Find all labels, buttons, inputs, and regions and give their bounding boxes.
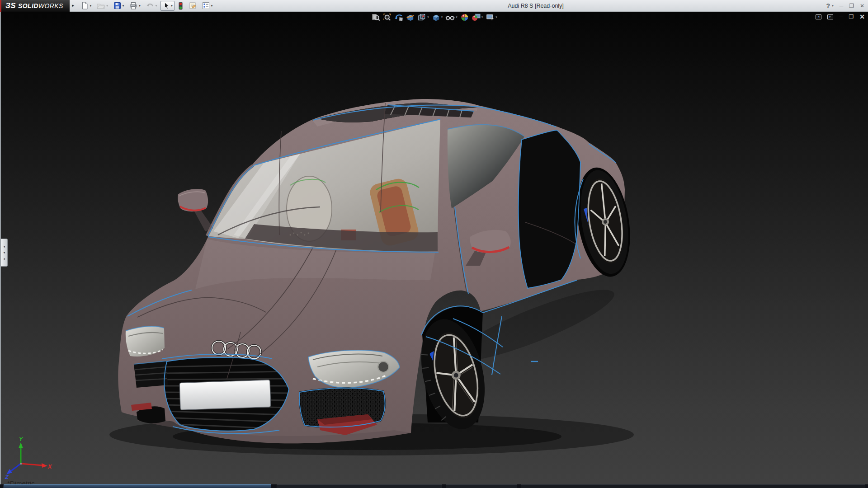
headsup-view-toolbar: ▾ ▾ ▾ ▾ ▾ <box>370 13 499 22</box>
view-settings-icon <box>486 13 495 22</box>
view-orientation-label: *Dimetric <box>7 479 35 484</box>
view-settings-dropdown-icon[interactable]: ▾ <box>495 15 497 19</box>
save-icon <box>113 2 121 9</box>
apply-scene-icon <box>472 13 481 22</box>
taskbar-active-button[interactable] <box>4 484 271 488</box>
toolbar-overflow-icon[interactable]: ► <box>71 4 75 8</box>
rebuild-button[interactable] <box>176 1 185 11</box>
doc-minimize-button[interactable]: ─ <box>839 14 843 20</box>
file-properties-button[interactable] <box>187 1 198 11</box>
feature-panel-splitter[interactable]: ◂ ◂ ◂ <box>1 239 8 267</box>
apply-scene-dropdown-icon[interactable]: ▾ <box>481 15 483 19</box>
file-properties-icon <box>189 2 197 9</box>
zoom-to-fit-icon <box>372 13 380 22</box>
save-dropdown-icon[interactable]: ▾ <box>123 4 124 8</box>
zoom-to-fit-button[interactable] <box>370 13 382 22</box>
triad-z-label: Z <box>5 474 9 479</box>
undo-icon <box>146 2 154 9</box>
document-title: Audi R8 S [Read-only] <box>470 3 601 9</box>
hide-show-items-icon <box>445 13 455 22</box>
zoom-to-area-icon <box>383 13 392 22</box>
open-dropdown-icon[interactable]: ▾ <box>106 4 108 8</box>
main-toolbar: ▾ ▾ ▾ ▾ ▾ ▾ ▾ <box>78 0 216 12</box>
display-style-button[interactable]: ▾ <box>430 13 444 22</box>
print-icon <box>129 2 137 9</box>
pane-toggle-right-button[interactable]: ▸ <box>827 14 833 19</box>
options-dropdown-icon[interactable]: ▾ <box>211 4 213 8</box>
new-dropdown-icon[interactable]: ▾ <box>90 4 92 8</box>
hide-show-items-button[interactable]: ▾ <box>444 13 459 22</box>
help-dropdown-icon[interactable]: ▾ <box>832 4 834 8</box>
view-orientation-icon <box>417 13 426 22</box>
options-button[interactable]: ▾ <box>200 1 215 11</box>
edit-appearance-icon <box>460 13 469 22</box>
doc-close-button[interactable]: ✕ <box>859 13 865 20</box>
previous-view-icon <box>394 13 403 22</box>
apply-scene-button[interactable]: ▾ <box>470 13 485 22</box>
open-button[interactable]: ▾ <box>95 1 110 11</box>
license-plate <box>179 380 271 410</box>
graphics-viewport[interactable]: ▾ ▾ ▾ ▾ ▾ ◂ ▸ ─ ❐ ✕ ◂ ◂ ◂ <box>0 12 868 484</box>
taskbar-button[interactable] <box>521 484 865 488</box>
view-settings-button[interactable]: ▾ <box>484 13 499 22</box>
projector-lens <box>378 361 389 372</box>
collapse-arrow-icon: ◂ <box>3 249 5 255</box>
solidworks-logo-glyph: ЗS <box>5 1 16 10</box>
section-view-icon <box>406 13 415 22</box>
previous-view-button[interactable] <box>393 13 405 22</box>
titlebar-red-edge <box>0 0 1 12</box>
left-mirror[interactable] <box>178 189 213 231</box>
audi-r8-model[interactable] <box>1 12 868 484</box>
save-button[interactable]: ▾ <box>112 1 126 11</box>
document-window-controls: ◂ ▸ ─ ❐ ✕ <box>816 13 865 20</box>
title-bar: ЗS SOLID WORKS ► ▾ ▾ ▾ ▾ ▾ ▾ <box>0 0 868 12</box>
doc-restore-button[interactable]: ❐ <box>849 14 854 20</box>
help-button[interactable]: ? <box>826 2 830 9</box>
app-close-button[interactable]: ✕ <box>860 3 864 9</box>
select-dropdown-icon[interactable]: ▾ <box>171 4 173 8</box>
print-button[interactable]: ▾ <box>127 1 142 11</box>
zoom-to-area-button[interactable] <box>382 13 393 22</box>
display-style-icon <box>432 13 440 22</box>
orientation-triad[interactable]: Y X Z <box>3 436 59 479</box>
app-restore-button[interactable]: ❐ <box>849 3 854 9</box>
taskbar-button[interactable] <box>277 484 442 488</box>
section-view-button[interactable] <box>405 13 416 22</box>
pane-toggle-left-button[interactable]: ◂ <box>816 14 821 19</box>
view-orientation-dropdown-icon[interactable]: ▾ <box>427 15 429 19</box>
solidworks-logo: ЗS SOLID WORKS <box>0 0 70 12</box>
rebuild-stoplight-icon <box>178 2 183 10</box>
new-document-button[interactable]: ▾ <box>79 1 94 11</box>
taskbar-button[interactable] <box>446 484 517 488</box>
display-style-dropdown-icon[interactable]: ▾ <box>441 15 443 19</box>
select-arrow-icon <box>162 2 170 9</box>
brand-light: WORKS <box>38 2 63 9</box>
edit-appearance-button[interactable] <box>459 13 470 22</box>
app-window-controls: ? ▾ ─ ❐ ✕ <box>826 0 864 12</box>
hide-show-dropdown-icon[interactable]: ▾ <box>456 15 458 19</box>
app-minimize-button[interactable]: ─ <box>840 3 844 9</box>
view-orientation-button[interactable]: ▾ <box>416 13 430 22</box>
triad-x-label: X <box>47 463 52 470</box>
taskbar-sliver <box>0 484 868 488</box>
left-headlight[interactable] <box>126 326 165 357</box>
select-button[interactable]: ▾ <box>160 1 175 11</box>
undo-button[interactable]: ▾ <box>144 1 159 11</box>
triad-y-label: Y <box>19 436 24 442</box>
print-dropdown-icon[interactable]: ▾ <box>139 4 141 8</box>
collapse-arrow-icon: ◂ <box>3 244 5 249</box>
collapse-arrow-icon: ◂ <box>3 256 5 262</box>
undo-dropdown-icon[interactable]: ▾ <box>156 4 157 8</box>
options-icon <box>202 2 210 9</box>
open-icon <box>97 2 105 9</box>
brand-bold: SOLID <box>18 2 38 9</box>
new-document-icon <box>81 2 89 9</box>
